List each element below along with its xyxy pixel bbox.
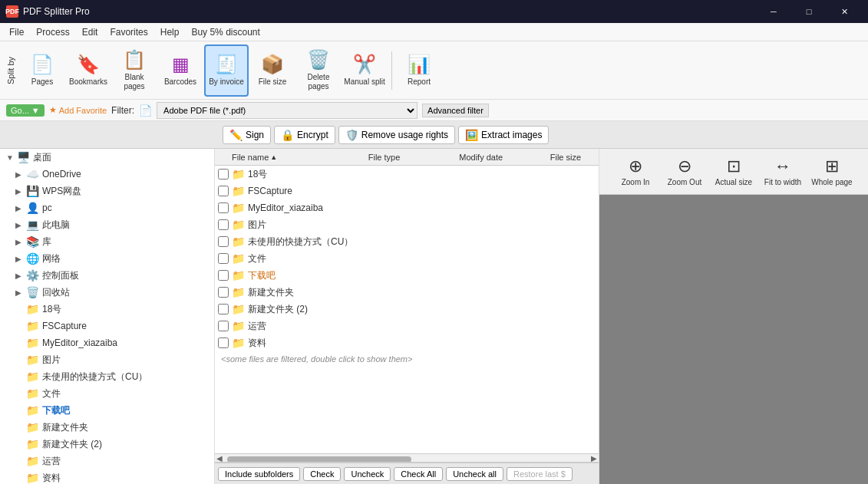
file-checkbox-fscapture[interactable]	[218, 186, 229, 196]
col-filesize[interactable]: File size	[550, 153, 596, 162]
file-checkbox-newfolder2[interactable]	[218, 304, 229, 314]
horizontal-scrollbar[interactable]: ◀ ▶	[215, 453, 599, 463]
folder-unused-icon: 📁	[26, 370, 39, 383]
menu-favorites[interactable]: Favorites	[104, 25, 153, 39]
pages-button[interactable]: 📄 Pages	[20, 44, 64, 97]
sidebar-item-resources[interactable]: 📁 资料	[0, 469, 214, 484]
encrypt-button[interactable]: 🔒 Encrypt	[274, 126, 335, 144]
sidebar-item-onedrive[interactable]: ▶ ☁️ OneDrive	[0, 166, 214, 183]
sidebar-item-newfolder1[interactable]: 📁 新建文件夹	[0, 419, 214, 436]
actual-size-button[interactable]: ⊡ Actual size	[711, 154, 757, 189]
col-filetype[interactable]: File type	[368, 153, 460, 162]
sidebar-item-wps[interactable]: ▶ 💾 WPS网盘	[0, 183, 214, 199]
check-button[interactable]: Check	[303, 467, 341, 481]
include-subfolders-button[interactable]: Include subfolders	[218, 467, 300, 481]
uncheck-all-button[interactable]: Uncheck all	[446, 467, 503, 481]
report-label: Report	[408, 77, 431, 87]
table-row[interactable]: 📁 MyEditor_xiazaiba	[215, 199, 599, 216]
advanced-filter-button[interactable]: Advanced filter	[422, 104, 489, 117]
zoom-out-icon: ⊖	[678, 156, 691, 176]
file-checkbox-files[interactable]	[218, 253, 229, 264]
file-checkbox-resources[interactable]	[218, 337, 229, 348]
menu-edit[interactable]: Edit	[76, 25, 104, 39]
sidebar-item-18[interactable]: 📁 18号	[0, 301, 214, 318]
sidebar-item-newfolder2[interactable]: 📁 新建文件夹 (2)	[0, 436, 214, 453]
zoom-out-button[interactable]: ⊖ Zoom Out	[662, 154, 708, 189]
barcodes-button[interactable]: ▦ Barcodes	[158, 44, 203, 97]
menu-help[interactable]: Help	[154, 25, 186, 39]
table-row[interactable]: 📁 18号	[215, 166, 599, 183]
file-checkbox-newfolder1[interactable]	[218, 287, 229, 298]
close-button[interactable]: ✕	[827, 0, 862, 23]
go-button[interactable]: Go... ▼	[6, 104, 45, 117]
minimize-button[interactable]: ─	[756, 0, 791, 23]
sidebar-item-recycle[interactable]: ▶ 🗑️ 回收站	[0, 284, 214, 301]
maximize-button[interactable]: □	[791, 0, 827, 23]
filter-select[interactable]: Adobe PDF file (*.pdf)	[157, 102, 417, 119]
file-checkbox-images[interactable]	[218, 219, 229, 230]
file-checkbox-unused[interactable]	[218, 236, 229, 247]
table-row[interactable]: 📁 新建文件夹	[215, 284, 599, 301]
sidebar-item-unused[interactable]: 📁 未使用的快捷方式（CU）	[0, 368, 214, 385]
col-modifydate[interactable]: Modify date	[459, 153, 550, 162]
by-invoice-button[interactable]: 🧾 By invoice	[204, 44, 249, 97]
folder-resources-icon: 📁	[26, 472, 39, 484]
folder-icon: 📁	[232, 337, 245, 349]
sidebar-item-thispc[interactable]: ▶ 💻 此电脑	[0, 216, 214, 233]
sidebar-item-images[interactable]: 📁 图片	[0, 351, 214, 368]
menu-process[interactable]: Process	[30, 25, 75, 39]
col-filename[interactable]: File name ▲	[232, 153, 368, 162]
delete-pages-button[interactable]: 🗑️ Delete pages	[296, 44, 341, 97]
report-button[interactable]: 📊 Report	[397, 44, 441, 97]
check-all-label: Check All	[401, 469, 436, 479]
scroll-right-arrow[interactable]: ▶	[589, 454, 599, 463]
table-row[interactable]: 📁 资料	[215, 334, 599, 351]
remove-usage-rights-button[interactable]: 🛡️ Remove usage rights	[338, 126, 455, 144]
table-row[interactable]: 📁 新建文件夹 (2)	[215, 301, 599, 318]
sidebar-item-network[interactable]: ▶ 🌐 网络	[0, 250, 214, 267]
table-row[interactable]: 📁 文件	[215, 250, 599, 267]
blank-pages-button[interactable]: 📋 Blank pages	[112, 44, 157, 97]
menu-file[interactable]: File	[3, 25, 30, 39]
extract-images-button[interactable]: 🖼️ Extract images	[458, 126, 549, 144]
table-row[interactable]: 📁 运营	[215, 318, 599, 334]
tree-arrow-desktop: ▼	[6, 153, 14, 162]
sidebar-item-pc[interactable]: ▶ 👤 pc	[0, 199, 214, 216]
table-row[interactable]: 📁 图片	[215, 216, 599, 233]
check-all-button[interactable]: Check All	[394, 467, 443, 481]
file-size-button[interactable]: 📦 File size	[250, 44, 295, 97]
file-checkbox-18[interactable]	[218, 169, 229, 179]
file-checkbox-operations[interactable]	[218, 321, 229, 331]
sidebar-item-operations[interactable]: 📁 运营	[0, 453, 214, 469]
bookmarks-button[interactable]: 🔖 Bookmarks	[66, 44, 111, 97]
manual-split-button[interactable]: ✂️ Manual split	[342, 44, 387, 97]
scroll-thumb[interactable]	[227, 456, 411, 463]
folder-icon: 📁	[232, 185, 245, 197]
table-row[interactable]: 📁 未使用的快捷方式（CU）	[215, 233, 599, 250]
sidebar-item-download[interactable]: 📁 下载吧	[0, 402, 214, 419]
fit-to-width-button[interactable]: ↔ Fit to width	[760, 154, 806, 189]
report-icon: 📊	[408, 54, 431, 75]
preview-toolbar: ⊕ Zoom In ⊖ Zoom Out ⊡ Actual size ↔ Fit…	[599, 149, 868, 195]
sidebar-item-files[interactable]: 📁 文件	[0, 385, 214, 402]
table-row[interactable]: 📁 下载吧	[215, 267, 599, 284]
file-checkbox-download[interactable]	[218, 270, 229, 281]
sidebar-label-newfolder1: 新建文件夹	[42, 421, 88, 434]
whole-page-button[interactable]: ⊞ Whole page	[809, 154, 855, 189]
scroll-left-arrow[interactable]: ◀	[215, 454, 224, 463]
sidebar-item-controlpanel[interactable]: ▶ ⚙️ 控制面板	[0, 267, 214, 284]
file-checkbox-myeditor[interactable]	[218, 202, 229, 213]
sidebar-item-fscapture[interactable]: 📁 FSCapture	[0, 318, 214, 334]
folder-newfolder2-icon: 📁	[26, 438, 39, 450]
uncheck-button[interactable]: Uncheck	[344, 467, 391, 481]
sidebar-item-myeditor[interactable]: 📁 MyEditor_xiazaiba	[0, 334, 214, 351]
restore-last-button[interactable]: Restore last $	[507, 467, 573, 481]
menu-discount[interactable]: Buy 5% discount	[185, 25, 266, 39]
sidebar-item-desktop[interactable]: ▼ 🖥️ 桌面	[0, 149, 214, 166]
add-favorite-button[interactable]: ★ Add Favorite	[49, 105, 107, 115]
table-row[interactable]: 📁 FSCapture	[215, 183, 599, 199]
pdf-icon: 📄	[139, 104, 152, 117]
sidebar-item-library[interactable]: ▶ 📚 库	[0, 233, 214, 250]
zoom-in-button[interactable]: ⊕ Zoom In	[612, 154, 658, 189]
sign-button[interactable]: ✏️ Sign	[223, 126, 271, 144]
